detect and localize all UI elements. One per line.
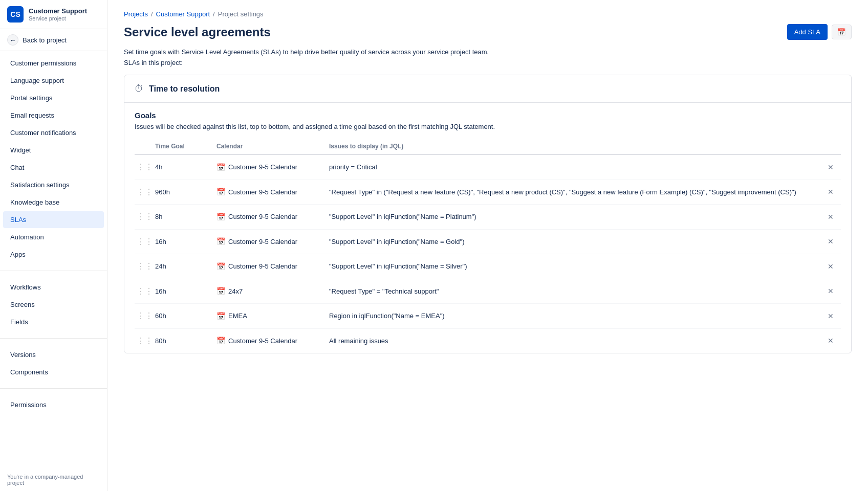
remove-button[interactable]: ✕: [820, 287, 841, 295]
sidebar-item-language-support[interactable]: Language support: [3, 72, 104, 89]
back-to-project-link[interactable]: ← Back to project: [0, 29, 107, 51]
sla-card-header: ⏱ Time to resolution: [124, 75, 851, 103]
sidebar-item-email-requests[interactable]: Email requests: [3, 107, 104, 124]
sidebar-item-workflows[interactable]: Workflows: [3, 279, 104, 296]
add-sla-button[interactable]: Add SLA: [787, 24, 828, 40]
table-row: ⋮⋮ 16h 📅 24x7 "Request Type" = "Technica…: [135, 279, 841, 304]
calendar-cell: 📅 Customer 9-5 Calendar: [216, 262, 329, 271]
col-jql: Issues to display (in JQL): [329, 143, 820, 150]
back-label: Back to project: [23, 36, 67, 44]
sidebar-item-apps[interactable]: Apps: [3, 246, 104, 263]
remove-button[interactable]: ✕: [820, 188, 841, 196]
calendar-cell: 📅 Customer 9-5 Calendar: [216, 337, 329, 345]
sidebar-item-fields[interactable]: Fields: [3, 314, 104, 330]
drag-handle[interactable]: ⋮⋮: [135, 237, 155, 247]
calendar-icon: 📅: [216, 312, 225, 320]
sidebar-item-slas[interactable]: SLAs: [3, 211, 104, 228]
remove-button[interactable]: ✕: [820, 213, 841, 221]
time-goal-value: 16h: [155, 238, 216, 246]
table-row: ⋮⋮ 8h 📅 Customer 9-5 Calendar "Support L…: [135, 205, 841, 230]
sidebar-footer: You're in a company-managed project: [0, 468, 107, 491]
breadcrumb-customer-support[interactable]: Customer Support: [156, 10, 210, 18]
calendar-icon: 📅: [216, 262, 225, 271]
drag-handle[interactable]: ⋮⋮: [135, 336, 155, 346]
sidebar-item-screens[interactable]: Screens: [3, 296, 104, 313]
calendar-cell: 📅 24x7: [216, 287, 329, 295]
calendar-cell: 📅 Customer 9-5 Calendar: [216, 188, 329, 196]
calendar-icon-button[interactable]: 📅: [832, 25, 852, 39]
sidebar-item-automation[interactable]: Automation: [3, 229, 104, 246]
drag-handle[interactable]: ⋮⋮: [135, 212, 155, 221]
drag-handle[interactable]: ⋮⋮: [135, 187, 155, 197]
sidebar-item-knowledge-base[interactable]: Knowledge base: [3, 194, 104, 211]
sidebar-item-customer-permissions[interactable]: Customer permissions: [3, 55, 104, 72]
sidebar-item-satisfaction-settings[interactable]: Satisfaction settings: [3, 176, 104, 193]
jql-value: Region in iqlFunction("Name = EMEA"): [329, 311, 820, 321]
sidebar-item-permissions[interactable]: Permissions: [3, 396, 104, 413]
remove-button[interactable]: ✕: [820, 237, 841, 246]
time-goal-value: 4h: [155, 163, 216, 171]
calendar-cell: 📅 Customer 9-5 Calendar: [216, 163, 329, 171]
calendar-value: Customer 9-5 Calendar: [228, 188, 297, 196]
page-sub-label: SLAs in this project:: [124, 59, 852, 66]
sla-card-title: Time to resolution: [149, 84, 220, 94]
sla-card-time-to-resolution: ⏱ Time to resolution Goals Issues will b…: [124, 75, 852, 353]
time-goal-value: 80h: [155, 337, 216, 345]
page-description: Set time goals with Service Level Agreem…: [124, 48, 852, 56]
sidebar-item-customer-notifications[interactable]: Customer notifications: [3, 124, 104, 141]
jql-value: "Support Level" in iqlFunction("Name = G…: [329, 237, 820, 247]
time-goal-value: 960h: [155, 188, 216, 196]
goals-desc: Issues will be checked against this list…: [135, 123, 841, 130]
nav-divider-3: [0, 388, 107, 389]
header-actions: Add SLA 📅: [787, 24, 852, 40]
time-goal-value: 8h: [155, 213, 216, 220]
project-name: Customer Support: [29, 7, 87, 16]
remove-button[interactable]: ✕: [820, 163, 841, 171]
sidebar-item-components[interactable]: Components: [3, 364, 104, 381]
calendar-cell: 📅 Customer 9-5 Calendar: [216, 237, 329, 246]
remove-button[interactable]: ✕: [820, 262, 841, 271]
breadcrumb-sep1: /: [151, 10, 153, 18]
jql-value: "Request Type" in ("Request a new featur…: [329, 187, 820, 197]
sidebar-item-chat[interactable]: Chat: [3, 159, 104, 176]
time-goal-value: 60h: [155, 312, 216, 320]
table-row: ⋮⋮ 24h 📅 Customer 9-5 Calendar "Support …: [135, 254, 841, 279]
calendar-icon: 📅: [216, 237, 225, 246]
remove-button[interactable]: ✕: [820, 337, 841, 345]
table-row: ⋮⋮ 16h 📅 Customer 9-5 Calendar "Support …: [135, 230, 841, 255]
page-title: Service level agreements: [124, 25, 271, 39]
breadcrumb: Projects / Customer Support / Project se…: [124, 10, 852, 18]
drag-handle[interactable]: ⋮⋮: [135, 311, 155, 321]
calendar-value: Customer 9-5 Calendar: [228, 262, 297, 270]
calendar-value: EMEA: [228, 312, 247, 320]
nav-divider-1: [0, 271, 107, 271]
table-row: ⋮⋮ 60h 📅 EMEA Region in iqlFunction("Nam…: [135, 304, 841, 329]
calendar-icon: 📅: [216, 337, 225, 345]
calendar-icon: 📅: [216, 163, 225, 171]
breadcrumb-projects[interactable]: Projects: [124, 10, 148, 18]
sidebar-item-portal-settings[interactable]: Portal settings: [3, 90, 104, 106]
calendar-value: Customer 9-5 Calendar: [228, 238, 297, 246]
drag-handle[interactable]: ⋮⋮: [135, 162, 155, 172]
calendar-icon: 📅: [216, 287, 225, 295]
drag-handle[interactable]: ⋮⋮: [135, 261, 155, 271]
calendar-cell: 📅 EMEA: [216, 312, 329, 320]
col-time-goal: Time Goal: [155, 143, 216, 150]
clock-icon: ⏱: [135, 83, 144, 94]
drag-handle[interactable]: ⋮⋮: [135, 286, 155, 296]
page-header: Service level agreements Add SLA 📅: [124, 24, 852, 40]
breadcrumb-project-settings: Project settings: [218, 10, 264, 18]
breadcrumb-sep2: /: [213, 10, 215, 18]
table-header: Time Goal Calendar Issues to display (in…: [135, 139, 841, 155]
remove-button[interactable]: ✕: [820, 312, 841, 320]
back-icon: ←: [7, 34, 18, 46]
calendar-icon: 📅: [216, 213, 225, 221]
time-goal-value: 24h: [155, 262, 216, 270]
sidebar-item-versions[interactable]: Versions: [3, 346, 104, 363]
col-calendar: Calendar: [216, 143, 329, 150]
calendar-value: Customer 9-5 Calendar: [228, 213, 297, 220]
sidebar: CS Customer Support Service project ← Ba…: [0, 0, 107, 491]
calendar-value: 24x7: [228, 287, 243, 295]
jql-value: All remaining issues: [329, 336, 820, 346]
sidebar-item-widget[interactable]: Widget: [3, 142, 104, 159]
